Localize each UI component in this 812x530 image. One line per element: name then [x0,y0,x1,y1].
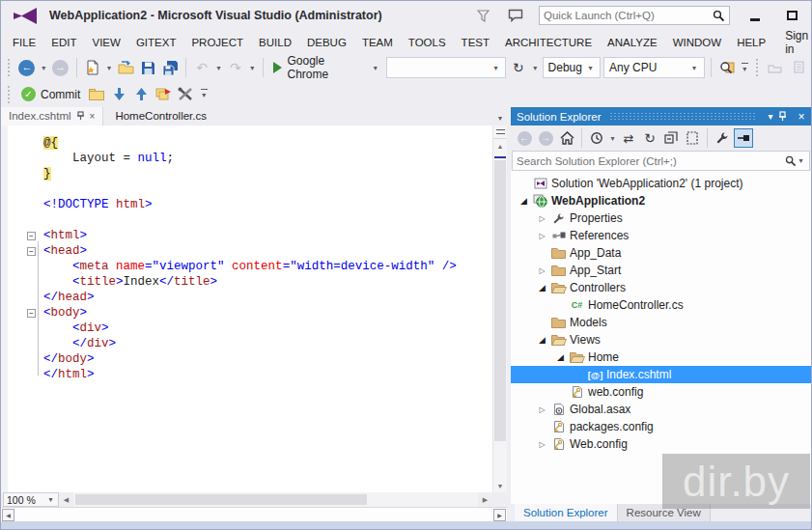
menu-view[interactable]: VIEW [85,33,128,52]
menu-team[interactable]: TEAM [354,33,401,52]
toolbar-grip[interactable] [8,86,12,103]
tree-item-index-cshtml[interactable]: [@]Index.cshtml [511,366,811,383]
horizontal-scrollbar-track[interactable] [73,492,478,507]
solution-explorer-search-box[interactable]: ▾ [512,151,810,171]
refresh-button[interactable]: ↻ [509,57,528,78]
code-area[interactable]: @{ Layout = null;}<!DOCTYPE html>−<html>… [8,126,492,492]
refresh-dropdown-icon[interactable]: ▾ [531,64,540,72]
home-button[interactable] [557,128,576,148]
scroll-left-icon[interactable]: ◀ [59,493,73,507]
collapse-region-icon[interactable]: − [27,247,36,256]
menu-window[interactable]: WINDOW [665,33,729,52]
refresh-button[interactable]: ↻ [640,128,659,148]
tree-item-app-start[interactable]: ▷App_Start [511,262,811,279]
expander-expanded-icon[interactable]: ◢ [535,335,549,345]
minimize-button[interactable] [743,7,767,24]
menu-test[interactable]: TEST [454,33,497,52]
push-button[interactable] [131,84,151,105]
search-icon[interactable] [713,10,725,22]
stash-button[interactable] [154,84,173,105]
expander-expanded-icon[interactable]: ◢ [553,352,568,362]
open-file-button[interactable] [116,57,135,78]
navigate-forward-button[interactable]: → [51,57,70,78]
undo-button[interactable]: ↶ [192,57,211,78]
navigate-back-dropdown-icon[interactable]: ▾ [40,64,48,72]
tree-item-properties[interactable]: ▷Properties [511,209,811,227]
tree-item-views[interactable]: ◢Views [511,331,811,349]
save-button[interactable] [138,57,157,78]
commit-button[interactable]: ✓ Commit [17,84,84,105]
tree-item-web-config[interactable]: web.config [511,383,811,401]
find-in-files-button[interactable] [717,57,737,78]
tree-item-packages-config[interactable]: packages.config [511,418,811,435]
toolbar-overflow-button[interactable]: ▾ [740,63,751,73]
scroll-right-icon[interactable]: ▶ [493,509,506,521]
expander-collapsed-icon[interactable]: ▷ [535,440,549,449]
expander-collapsed-icon[interactable]: ▷ [535,405,549,414]
save-all-button[interactable] [160,57,180,78]
tree-item-global-asax[interactable]: ▷Global.asax [511,401,811,418]
expander-expanded-icon[interactable]: ◢ [535,283,549,293]
vertical-scrollbar[interactable]: ▲ ▼ [492,126,507,492]
show-all-files-button[interactable] [683,128,702,148]
scroll-right-icon[interactable]: ▶ [478,493,492,507]
menu-edit[interactable]: EDIT [43,33,84,52]
tab-index-cshtml[interactable]: Index.cshtml × [1,107,103,126]
quick-launch-input[interactable] [544,10,713,21]
collapse-region-icon[interactable]: − [27,232,36,240]
properties-button[interactable] [713,128,732,148]
tree-item-models[interactable]: Models [511,314,811,331]
vertical-scrollbar-track[interactable] [493,153,507,479]
tree-item-homecontroller-cs[interactable]: C#HomeController.cs [511,296,811,314]
new-file-button[interactable] [83,57,102,78]
scroll-down-icon[interactable]: ▼ [493,479,507,492]
menu-project[interactable]: PROJECT [183,33,251,52]
vertical-scrollbar-thumb[interactable] [494,160,506,441]
toolbar-overflow-button[interactable]: ▾ [198,89,210,99]
solution-platform-combobox[interactable]: Any CPU▾ [603,57,705,78]
settings-tools-button[interactable] [176,84,195,105]
redo-button[interactable]: ↷ [226,57,245,78]
window-position-dropdown-icon[interactable]: ▾ [763,111,778,122]
collapse-all-button[interactable] [661,128,681,148]
scroll-up-icon[interactable]: ▲ [493,139,507,153]
horizontal-scrollbar-thumb[interactable] [75,494,367,505]
quick-launch-box[interactable] [539,6,730,25]
preview-selected-items-button[interactable] [734,128,753,148]
menu-gitext[interactable]: GITEXT [128,33,184,52]
scroll-left-icon[interactable]: ◀ [2,509,14,521]
menu-architecture[interactable]: ARCHITECTURE [497,33,600,52]
pending-changes-filter-button[interactable] [587,128,606,148]
toolbar-empty-combobox[interactable]: ▾ [386,57,506,78]
new-file-dropdown-icon[interactable]: ▾ [105,64,114,72]
maximize-button[interactable] [780,7,803,24]
undo-dropdown-icon[interactable]: ▾ [214,64,223,72]
menu-file[interactable]: FILE [5,33,43,52]
tab-homecontroller-cs[interactable]: HomeController.cs [103,107,214,126]
tree-item-webapplication2[interactable]: ◢WebApplication2 [511,192,811,209]
feedback-filter-icon[interactable] [473,7,492,24]
menu-help[interactable]: HELP [729,33,773,52]
tab-solution-explorer[interactable]: Solution Explorer [515,504,617,521]
code-editor[interactable]: @{ Layout = null;}<!DOCTYPE html>−<html>… [1,126,507,492]
tree-item-app-data[interactable]: App_Data [511,244,811,262]
tree-item-solution-webapplication2-1-project-[interactable]: Solution 'WebApplication2' (1 project) [511,175,811,192]
menu-analyze[interactable]: ANALYZE [600,33,665,52]
sync-with-active-document-button[interactable]: ⇄ [619,128,638,148]
pull-button[interactable] [109,84,128,105]
close-panel-icon[interactable]: × [794,110,809,124]
toolbar-grip[interactable] [8,59,12,76]
feedback-smile-icon[interactable] [506,7,525,24]
tree-item-controllers[interactable]: ◢Controllers [511,279,811,296]
start-debug-button[interactable]: Google Chrome ▾ [269,57,384,78]
secondary-scrollbar-track[interactable] [15,509,492,521]
pin-icon[interactable] [76,111,85,121]
search-icon[interactable] [785,155,797,167]
split-window-button[interactable] [493,126,507,139]
editor-zoom-combobox[interactable]: 100 % ▾ [3,492,59,507]
expander-collapsed-icon[interactable]: ▷ [535,232,549,240]
solution-search-input[interactable] [517,155,785,167]
close-tab-icon[interactable]: × [90,111,96,122]
expander-collapsed-icon[interactable]: ▷ [535,266,549,275]
solution-configuration-combobox[interactable]: Debug▾ [543,57,601,78]
